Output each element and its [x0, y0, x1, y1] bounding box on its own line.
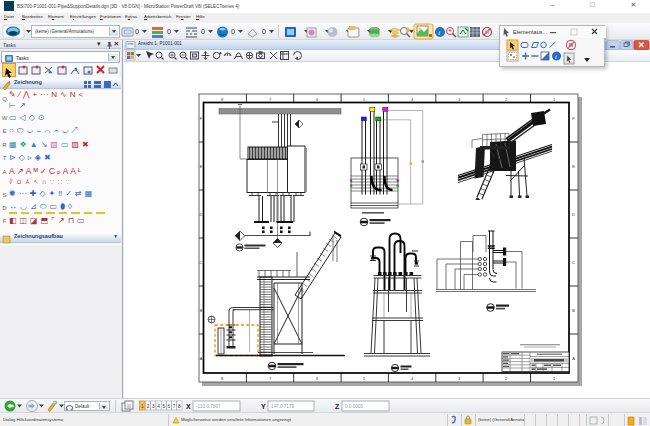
svg-text:B: B	[572, 308, 575, 313]
svg-text:C: C	[200, 260, 203, 265]
svg-text:0: 0	[201, 28, 205, 35]
svg-text:A: A	[200, 356, 203, 361]
svg-text:6: 6	[168, 404, 171, 409]
svg-text:7: 7	[173, 404, 176, 409]
svg-text:4: 4	[157, 404, 160, 409]
svg-text:0: 0	[167, 28, 171, 35]
svg-text:i: i	[555, 53, 557, 60]
svg-text:i: i	[438, 29, 440, 37]
svg-text:D: D	[572, 212, 575, 217]
svg-text:X: X	[186, 403, 191, 410]
svg-text:A: A	[572, 356, 575, 361]
svg-text:Z: Z	[335, 403, 340, 410]
svg-text:B: B	[200, 308, 203, 313]
svg-text:E: E	[200, 164, 203, 169]
svg-text:E: E	[572, 164, 575, 169]
svg-text:0: 0	[231, 28, 235, 35]
svg-text:5: 5	[162, 404, 165, 409]
svg-text:8: 8	[178, 404, 181, 409]
svg-text:0: 0	[262, 28, 266, 35]
svg-text:-133.0.7807: -133.0.7807	[196, 404, 221, 409]
svg-text:Y: Y	[261, 403, 266, 410]
svg-text:2: 2	[147, 404, 150, 409]
svg-text:3: 3	[152, 404, 155, 409]
svg-text:D: D	[200, 212, 203, 217]
svg-text:1: 1	[141, 404, 144, 409]
svg-text:C: C	[572, 260, 575, 265]
svg-text:0: 0	[135, 28, 139, 35]
svg-text:Elementaus...: Elementaus...	[513, 29, 548, 35]
svg-text:147.0.7179: 147.0.7179	[271, 404, 294, 409]
svg-text:0.0.0000: 0.0.0000	[345, 404, 363, 409]
